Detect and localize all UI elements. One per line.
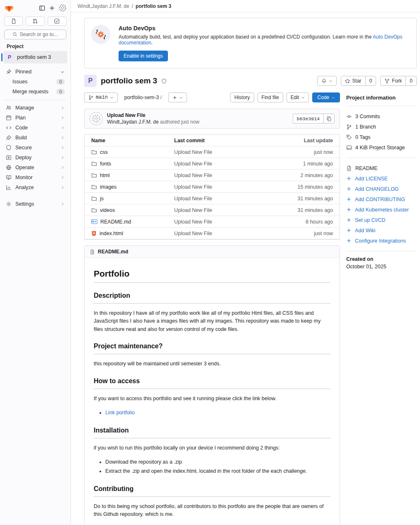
issues-shortcut-button[interactable] [4, 17, 23, 26]
merge-requests-shortcut-button[interactable] [26, 17, 44, 26]
pin-icon [6, 69, 12, 75]
add-kubernetes-cluster-link[interactable]: Add Kubernetes cluster [346, 204, 417, 215]
enable-in-settings-button[interactable]: Enable in settings [119, 51, 168, 61]
find-file-button[interactable]: Find file [257, 92, 283, 102]
left-sidebar: Search or go to... Project P portfolio s… [0, 0, 71, 525]
table-row[interactable]: index.html Upload New File just now [85, 228, 340, 239]
sidebar-item-issues[interactable]: Issues 0 [0, 77, 70, 87]
copy-sha-button[interactable] [323, 114, 334, 123]
todo-list-shortcut-button[interactable] [48, 17, 66, 26]
readme-paragraph: Do to this being my school portfolio, al… [94, 503, 330, 519]
created-on-date: October 01, 2025 [346, 264, 417, 270]
table-row[interactable]: videos Upload New File 31 minutes ago [85, 204, 340, 216]
sidebar-item-project[interactable]: P portfolio sem 3 [3, 51, 67, 63]
branch-selector[interactable]: main [84, 92, 118, 102]
deploy-icon [6, 155, 12, 160]
chevron-right-icon [61, 156, 65, 160]
file-tree-table: Name Last commit Last update css Upload … [84, 134, 340, 240]
sidebar-item-manage[interactable]: Manage [0, 103, 70, 113]
edit-button[interactable]: Edit [286, 92, 309, 102]
chevron-down-icon [110, 96, 114, 100]
divider [346, 158, 417, 158]
sidebar-item-monitor[interactable]: Monitor [0, 173, 70, 182]
divider [346, 106, 417, 106]
commit-author[interactable]: Windt,Jaydan J.F.M. de [107, 119, 159, 125]
breadcrumb-user[interactable]: Windt,Jaydan J.F.M. de [78, 3, 129, 9]
configure-integrations-link[interactable]: Configure Integrations [346, 236, 417, 246]
page-title: portfolio sem 3 [101, 76, 157, 85]
sidebar-item-pinned[interactable]: Pinned [0, 67, 70, 77]
gear-icon [6, 201, 12, 207]
sidebar-item-build[interactable]: Build [0, 133, 70, 143]
chevron-right-icon [61, 126, 65, 130]
star-button-group[interactable]: Star 0 [341, 76, 376, 86]
bell-icon [321, 78, 327, 84]
setup-cicd-link[interactable]: Set up CI/CD [346, 215, 417, 225]
readme-list: Download the repository as a .zip Extrac… [105, 458, 330, 476]
readme-content: Portfolio Description In this repository… [85, 258, 340, 525]
add-wiki-link[interactable]: Add Wiki [346, 225, 417, 236]
code-button[interactable]: Code [312, 92, 340, 102]
table-row[interactable]: README.md Upload New File 8 hours ago [85, 216, 340, 228]
gitlab-logo-icon[interactable] [4, 3, 14, 13]
storage-stat[interactable]: 4 KiB Project Storage [346, 142, 417, 153]
fork-count[interactable]: 0 [405, 76, 416, 85]
branches-stat[interactable]: 1 Branch [346, 122, 417, 132]
add-changelog-link[interactable]: Add CHANGELOG [346, 184, 417, 194]
fork-button-group[interactable]: Fork 0 [380, 76, 417, 86]
readme-file-header[interactable]: README.md [85, 246, 340, 258]
collapse-sidebar-icon[interactable] [39, 5, 45, 11]
repo-path: portfolio-sem-3 / [124, 95, 162, 100]
add-license-link[interactable]: Add LICENSE [346, 173, 417, 184]
portfolio-link[interactable]: Link portfolio [105, 410, 135, 416]
sidebar-item-analyze[interactable]: Analyze [0, 182, 70, 192]
star-count[interactable]: 0 [365, 76, 376, 85]
commit-message[interactable]: Upload New File [107, 112, 199, 118]
folder-icon [91, 161, 97, 167]
table-row[interactable]: html Upload New File 2 minutes ago [85, 170, 340, 181]
main-area: Windt,Jaydan J.F.M. de / portfolio sem 3 [71, 0, 420, 525]
breadcrumb-project[interactable]: portfolio sem 3 [136, 3, 171, 9]
html-file-icon [91, 231, 97, 236]
sidebar-item-merge-requests[interactable]: Merge requests 0 [0, 87, 70, 97]
sidebar-item-secure[interactable]: Secure [0, 143, 70, 153]
commit-sha[interactable]: b63e3914 [293, 114, 323, 123]
user-avatar[interactable] [59, 4, 66, 12]
sidebar-item-plan[interactable]: Plan [0, 113, 70, 123]
table-row[interactable]: css Upload New File just now [85, 146, 340, 158]
tags-stat[interactable]: 0 Tags [346, 132, 417, 142]
commits-stat[interactable]: 3 Commits [346, 111, 417, 122]
search-input[interactable]: Search or go to... [4, 29, 66, 39]
branch-icon [346, 124, 352, 130]
history-button[interactable]: History [230, 92, 254, 102]
chevron-right-icon [61, 175, 65, 180]
build-icon [6, 135, 12, 141]
auto-devops-banner: Auto DevOps Automatically build, test, a… [84, 18, 417, 68]
project-visibility-shield-icon [161, 78, 167, 84]
sidebar-item-code[interactable]: Code [0, 123, 70, 133]
add-file-button[interactable] [168, 92, 187, 102]
readme-link[interactable]: README [346, 163, 417, 173]
monitor-icon [6, 175, 12, 180]
sidebar-item-operate[interactable]: Operate [0, 163, 70, 173]
star-button[interactable]: Star [341, 76, 365, 85]
sidebar-item-settings[interactable]: Settings [0, 199, 70, 209]
sidebar-divider [4, 100, 66, 100]
copy-icon [326, 116, 332, 122]
chevron-right-icon [61, 165, 65, 170]
table-row[interactable]: js Upload New File 31 minutes ago [85, 193, 340, 204]
chevron-right-icon [61, 185, 65, 190]
fork-button[interactable]: Fork [381, 76, 405, 85]
folder-icon [91, 196, 97, 202]
file-icon [90, 249, 95, 255]
table-row[interactable]: fonts Upload New File 1 minute ago [85, 158, 340, 170]
project-name-label: portfolio sem 3 [17, 54, 51, 60]
tag-icon [346, 134, 352, 140]
table-row[interactable]: images Upload New File 15 minutes ago [85, 181, 340, 193]
plus-icon [346, 207, 352, 212]
notifications-button[interactable] [317, 76, 337, 86]
add-contributing-link[interactable]: Add CONTRIBUTING [346, 194, 417, 204]
readme-section-heading: Project maintenance? [94, 343, 330, 354]
create-new-icon[interactable] [49, 5, 55, 11]
sidebar-item-deploy[interactable]: Deploy [0, 153, 70, 163]
